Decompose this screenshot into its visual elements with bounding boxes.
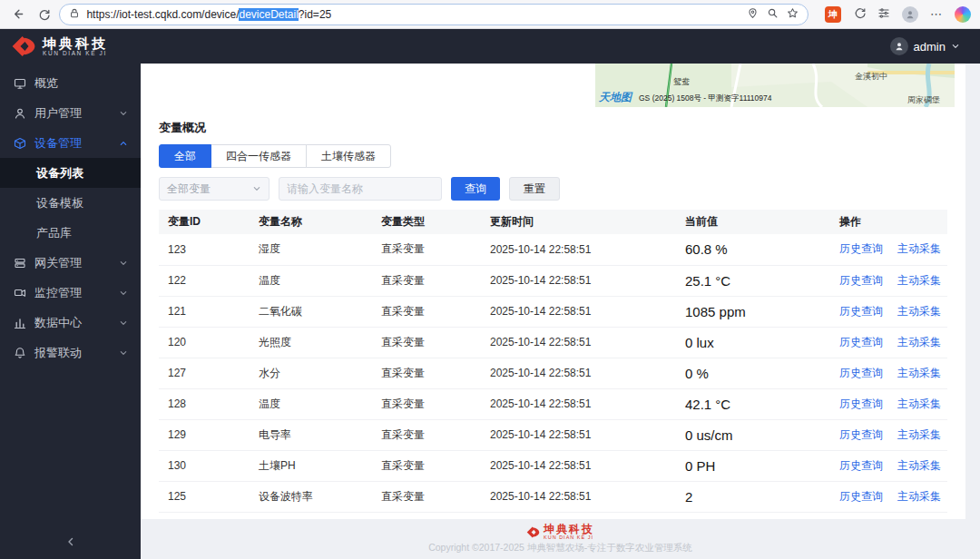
sidebar-item-gateway-mgmt[interactable]: 网关管理 xyxy=(0,248,141,278)
cell-variable-type: 直采变量 xyxy=(372,419,481,450)
cell-actions: 历史查询主动采集 xyxy=(830,481,947,512)
sidebar-item-user-mgmt[interactable]: 用户管理 xyxy=(0,98,141,128)
device-icon xyxy=(13,137,26,150)
history-query-link[interactable]: 历史查询 xyxy=(839,242,883,255)
table-row: 127水分直采变量2025-10-14 22:58:510 %历史查询主动采集 xyxy=(159,358,947,388)
cell-update-time: 2025-10-14 22:58:51 xyxy=(481,265,676,296)
table-header-row: 变量ID变量名称变量类型更新时间当前值操作 xyxy=(159,210,947,234)
cell-variable-id: 123 xyxy=(159,234,250,265)
cell-variable-id: 129 xyxy=(159,419,250,450)
history-query-link[interactable]: 历史查询 xyxy=(839,336,883,348)
active-collect-link[interactable]: 主动采集 xyxy=(897,490,941,503)
sidebar-item-label: 用户管理 xyxy=(34,105,111,122)
copilot-icon[interactable] xyxy=(955,6,971,23)
browser-menu-icon[interactable]: ⋯ xyxy=(930,7,943,21)
cell-variable-name: 设备波特率 xyxy=(250,481,372,512)
history-query-link[interactable]: 历史查询 xyxy=(839,367,883,379)
cell-update-time: 2025-10-14 22:58:51 xyxy=(481,234,676,265)
table-row: 125设备波特率直采变量2025-10-14 22:58:512历史查询主动采集 xyxy=(159,481,947,512)
table-row: 121二氧化碳直采变量2025-10-14 22:58:511085 ppm历史… xyxy=(159,296,947,327)
collections-icon[interactable] xyxy=(877,6,890,23)
sidebar-item-device-list[interactable]: 设备列表 xyxy=(0,158,141,188)
app-topbar: 坤典科技 KUN DIAN KE JI admin xyxy=(0,29,980,64)
cell-variable-id: 122 xyxy=(159,265,250,296)
cell-variable-name: 温度 xyxy=(250,265,372,296)
chevron-down-icon xyxy=(119,319,128,328)
address-bar[interactable]: https://iot-test.cqkd.com/device/deviceD… xyxy=(59,4,808,25)
cell-variable-name: 湿度 xyxy=(250,234,372,265)
chevron-up-icon xyxy=(119,139,128,148)
variable-tab-1[interactable]: 四合一传感器 xyxy=(211,144,307,168)
sidebar-item-alarm-linkage[interactable]: 报警联动 xyxy=(0,338,141,368)
user-icon xyxy=(13,107,26,120)
history-query-link[interactable]: 历史查询 xyxy=(839,428,883,441)
cell-actions: 历史查询主动采集 xyxy=(830,388,947,419)
cell-variable-type: 直采变量 xyxy=(372,481,481,512)
chevron-down-icon xyxy=(119,289,128,298)
column-header: 变量ID xyxy=(159,210,250,234)
cell-variable-name: 二氧化碳 xyxy=(250,296,372,327)
active-collect-link[interactable]: 主动采集 xyxy=(897,242,941,255)
cell-actions: 历史查询主动采集 xyxy=(830,296,947,327)
history-query-link[interactable]: 历史查询 xyxy=(839,490,883,503)
variable-tabs: 全部四合一传感器土壤传感器 xyxy=(159,144,947,168)
active-collect-link[interactable]: 主动采集 xyxy=(897,459,941,472)
active-collect-link[interactable]: 主动采集 xyxy=(897,274,941,287)
cell-variable-id: 120 xyxy=(159,327,250,358)
active-collect-link[interactable]: 主动采集 xyxy=(897,428,941,441)
footer-logo: 坤典科技 KUN DIAN KE JI xyxy=(526,524,594,541)
location-icon[interactable] xyxy=(747,7,759,22)
sidebar-item-overview[interactable]: 概览 xyxy=(0,68,141,98)
sidebar-item-device-mgmt[interactable]: 设备管理 xyxy=(0,128,141,158)
sidebar-item-label: 概览 xyxy=(34,75,128,92)
cell-current-value: 25.1 °C xyxy=(676,265,830,296)
user-menu[interactable]: admin xyxy=(890,37,980,55)
active-collect-link[interactable]: 主动采集 xyxy=(897,397,941,410)
cell-variable-name: 土壤PH xyxy=(250,450,372,481)
sidebar-item-label: 设备列表 xyxy=(36,165,128,181)
history-query-link[interactable]: 历史查询 xyxy=(839,305,883,318)
browser-extensions-area: 坤 ⋯ xyxy=(825,6,971,23)
variable-name-input[interactable] xyxy=(279,177,442,201)
cell-variable-id: 128 xyxy=(159,388,250,419)
variable-tab-0[interactable]: 全部 xyxy=(159,144,211,168)
cell-variable-id: 121 xyxy=(159,296,250,327)
cell-variable-type: 直采变量 xyxy=(372,388,481,419)
sidebar-item-product-lib[interactable]: 产品库 xyxy=(0,218,141,248)
sync-icon[interactable] xyxy=(853,6,866,23)
cell-variable-id: 125 xyxy=(159,481,250,512)
variable-type-select[interactable]: 全部变量 xyxy=(159,177,270,201)
url-selected-text: deviceDetail xyxy=(239,8,298,21)
history-query-link[interactable]: 历史查询 xyxy=(839,459,883,472)
cell-actions: 历史查询主动采集 xyxy=(830,327,947,358)
query-button[interactable]: 查询 xyxy=(451,177,500,201)
sidebar-item-label: 数据中心 xyxy=(34,315,111,331)
map[interactable]: 鸳鸯 金溪初中 周家碉堡 天地图 GS (2025) 1508号 - 甲测资字1… xyxy=(595,64,955,107)
map-label: 周家碉堡 xyxy=(907,94,940,106)
search-icon[interactable] xyxy=(767,7,779,22)
active-collect-link[interactable]: 主动采集 xyxy=(897,305,941,318)
history-query-link[interactable]: 历史查询 xyxy=(839,274,883,287)
back-icon[interactable] xyxy=(9,5,27,24)
active-collect-link[interactable]: 主动采集 xyxy=(897,367,941,379)
footer: 坤典科技 KUN DIAN KE JI Copyright ©2017-2025… xyxy=(141,519,980,559)
column-header: 操作 xyxy=(830,210,947,234)
browser-profile-avatar[interactable] xyxy=(902,6,918,23)
cell-current-value: 42.1 °C xyxy=(676,388,830,419)
sidebar-item-label: 报警联动 xyxy=(34,345,111,361)
sidebar-collapse-button[interactable] xyxy=(0,525,141,559)
sidebar-item-device-template[interactable]: 设备模板 xyxy=(0,188,141,218)
history-query-link[interactable]: 历史查询 xyxy=(839,397,883,410)
refresh-icon[interactable] xyxy=(34,5,53,24)
favorite-star-icon[interactable] xyxy=(787,7,799,22)
chevron-down-icon xyxy=(119,259,128,268)
sidebar-item-data-center[interactable]: 数据中心 xyxy=(0,308,141,338)
variable-tab-2[interactable]: 土壤传感器 xyxy=(306,144,391,168)
active-collect-link[interactable]: 主动采集 xyxy=(897,336,941,348)
kd-extension-icon[interactable]: 坤 xyxy=(825,6,841,23)
filter-bar: 全部变量 查询 重置 xyxy=(159,177,947,201)
reset-button[interactable]: 重置 xyxy=(509,177,560,201)
cell-update-time: 2025-10-14 22:58:51 xyxy=(481,450,676,481)
gateway-icon xyxy=(13,257,26,270)
sidebar-item-monitor-mgmt[interactable]: 监控管理 xyxy=(0,278,141,308)
